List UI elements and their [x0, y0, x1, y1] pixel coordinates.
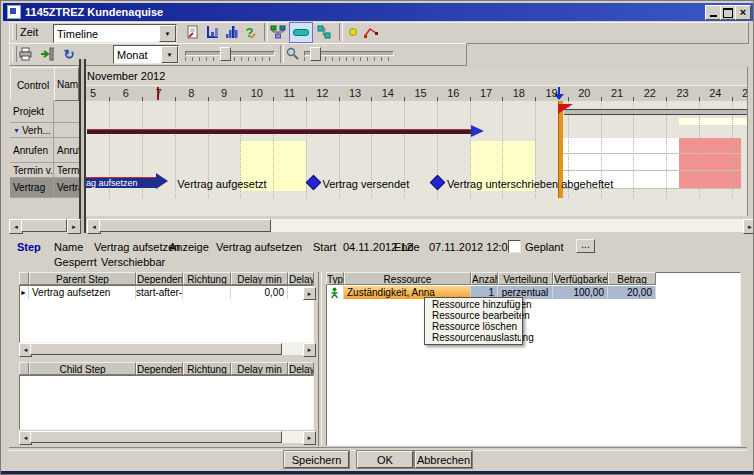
child-hscroll-thumb[interactable]	[30, 431, 282, 443]
resource-header-1[interactable]: Ressource	[344, 272, 471, 285]
child-header-3[interactable]: Richtung	[183, 362, 231, 375]
child-header-5[interactable]: Delay	[288, 362, 314, 375]
timeline-scrollbar-right-arrow[interactable]: ►	[743, 219, 754, 234]
parent-header-4[interactable]: Delay min	[231, 272, 288, 285]
gantt-row-terminv[interactable]: Termin v...Termin v...	[10, 163, 79, 178]
parent-header-3[interactable]: Richtung	[183, 272, 231, 285]
footer-button-abbrechen[interactable]: Abbrechen	[415, 451, 472, 468]
anzeige-value[interactable]: Vertrag aufsetzen	[216, 241, 302, 253]
task-bar[interactable]: ag aufsetzen	[83, 177, 157, 188]
title-bar[interactable]: 1145ZTREZ Kundenaquise	[3, 3, 753, 21]
scale-combobox-arrow[interactable]: ▼	[161, 46, 178, 63]
resource-header-0[interactable]: Typ	[326, 272, 344, 285]
view-combobox-arrow[interactable]: ▼	[159, 25, 176, 42]
parent-header-5[interactable]: Delay	[288, 272, 314, 285]
view-combobox[interactable]: Timeline ▼	[53, 24, 177, 43]
parent-header-2[interactable]: Dependency	[136, 272, 183, 285]
task-bar-arrowhead[interactable]	[156, 173, 168, 189]
child-hscroll-track[interactable]	[282, 431, 303, 443]
geplant-label: Geplant	[525, 241, 564, 253]
name-value[interactable]: Vertrag aufsetzen	[94, 241, 180, 253]
left-scrollbar-thumb[interactable]	[21, 219, 67, 232]
toolbar-grip[interactable]	[12, 24, 17, 40]
timeline-scrollbar-thumb[interactable]	[99, 219, 271, 232]
report-button[interactable]	[183, 23, 203, 41]
toolbar-separator	[280, 45, 284, 63]
menu-item[interactable]: Ressource löschen	[425, 321, 522, 332]
print-button[interactable]	[15, 45, 35, 63]
marker-dot-button[interactable]	[343, 23, 363, 41]
footer-button-speichern[interactable]: Speichern	[284, 451, 349, 468]
link-nodes-button[interactable]	[314, 23, 334, 41]
day-label: 12	[306, 87, 338, 99]
ende-value[interactable]: 07.11.2012 12:00	[429, 241, 514, 253]
org-chart-icon	[270, 24, 286, 40]
child-header-2[interactable]: Dependency	[136, 362, 183, 375]
child-table-body[interactable]	[19, 375, 314, 430]
resource-header-5[interactable]: Betrag	[608, 272, 656, 285]
zeit-label: Zeit	[20, 26, 38, 38]
resource-header-3[interactable]: Verteilung	[498, 272, 553, 285]
name-column-header[interactable]: Name	[54, 67, 79, 101]
parent-table-scroll-right[interactable]: ►	[303, 287, 316, 300]
day-label: 15	[405, 87, 437, 99]
help-edit-button[interactable]: ?	[241, 23, 261, 41]
child-header-0[interactable]	[19, 362, 29, 375]
gantt-row-verh[interactable]: ▼Verh...	[10, 123, 79, 138]
milestone-diamond[interactable]	[306, 175, 322, 191]
phase-summary-bar[interactable]	[87, 129, 471, 134]
zoom-slider-thumb[interactable]	[310, 47, 321, 61]
scale-combobox[interactable]: Monat ▼	[113, 45, 179, 64]
menu-item[interactable]: Ressource bearbeiten	[425, 310, 522, 321]
timeline-view-button[interactable]	[289, 22, 313, 43]
menu-item[interactable]: Ressource hinzufügen	[425, 299, 522, 310]
left-scrollbar-right-arrow[interactable]: ►	[67, 219, 81, 234]
expand-icon[interactable]: ▼	[13, 127, 20, 134]
export-button[interactable]	[37, 45, 57, 63]
day-label: 9	[208, 87, 240, 99]
name-label: Name	[54, 241, 83, 253]
child-hscroll-right-arrow[interactable]: ►	[303, 431, 316, 445]
milestone-label: Vertrag unterschrieben abgeheftet	[447, 178, 613, 190]
window-bottom-edge	[1, 471, 754, 475]
maximize-button[interactable]	[720, 5, 736, 20]
resource-header-2[interactable]: Anzahl	[471, 272, 498, 285]
parent-header-0[interactable]	[19, 272, 29, 285]
geplant-checkbox[interactable]	[508, 240, 521, 253]
resource-header-4[interactable]: Verfügbarkei...	[553, 272, 608, 285]
child-header-4[interactable]: Delay min	[231, 362, 288, 375]
refresh-button[interactable]: ↻	[59, 45, 79, 63]
parent-hscroll-thumb[interactable]	[30, 343, 282, 355]
parent-hscroll-track[interactable]	[282, 343, 303, 355]
gantt-row-projekt[interactable]: Projekt	[10, 101, 79, 123]
bar-chart-button[interactable]	[203, 23, 223, 41]
control-label: Termin v...	[13, 165, 53, 176]
tables-divider[interactable]	[318, 272, 322, 446]
more-button[interactable]: ...	[576, 239, 595, 253]
refresh-icon: ↻	[64, 47, 75, 62]
gantt-row-vertrag[interactable]: VertragVertrag	[10, 178, 79, 198]
scale-slider-thumb[interactable]	[220, 47, 231, 61]
menu-item[interactable]: Ressourcenauslastung	[425, 332, 522, 343]
control-column-header[interactable]: Control	[10, 67, 56, 103]
org-chart-button[interactable]	[268, 23, 288, 41]
child-header-1[interactable]: Child Step	[29, 362, 136, 375]
histogram-button[interactable]	[222, 23, 242, 41]
gantt-row-name-cell	[54, 101, 79, 122]
footer-button-ok[interactable]: OK	[357, 451, 413, 468]
close-button[interactable]: ×	[735, 5, 751, 20]
parent-step-row[interactable]: ►Vertrag aufsetzenstart-after-...0,00	[19, 286, 312, 299]
gesperrt-label: Gesperrt	[54, 256, 97, 268]
milestone-diamond[interactable]	[430, 175, 446, 191]
zoom-control	[286, 47, 300, 63]
gantt-splitter[interactable]	[79, 59, 86, 233]
gantt-row-control-cell: Vertrag	[10, 178, 54, 197]
gantt-row-control-cell: Projekt	[10, 101, 54, 122]
start-label: Start	[313, 241, 336, 253]
project-summary-line[interactable]	[564, 109, 747, 115]
gantt-row-anrufen[interactable]: AnrufenAnrufen	[10, 138, 79, 163]
critical-path-button[interactable]	[361, 23, 381, 41]
parent-hscroll-right-arrow[interactable]: ►	[303, 343, 316, 357]
minimize-button[interactable]	[705, 5, 721, 20]
parent-header-1[interactable]: Parent Step	[29, 272, 136, 285]
